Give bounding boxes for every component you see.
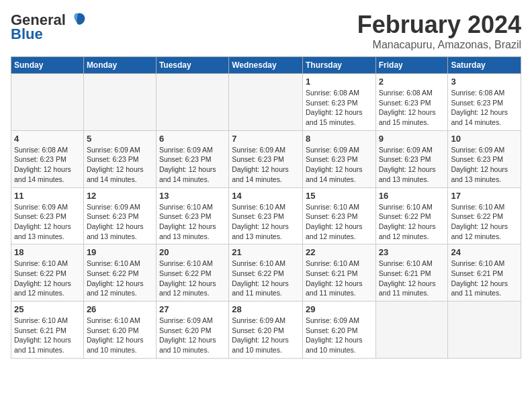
logo: General Blue	[11, 11, 87, 43]
calendar-day-cell: 27Sunrise: 6:09 AMSunset: 6:20 PMDayligh…	[156, 302, 228, 359]
day-info: Sunrise: 6:10 AMSunset: 6:23 PMDaylight:…	[232, 202, 300, 242]
calendar-day-cell: 18Sunrise: 6:10 AMSunset: 6:22 PMDayligh…	[11, 244, 84, 302]
calendar-week-row: 11Sunrise: 6:09 AMSunset: 6:23 PMDayligh…	[11, 187, 521, 244]
calendar-day-cell: 23Sunrise: 6:10 AMSunset: 6:21 PMDayligh…	[375, 244, 448, 302]
calendar-day-cell: 2Sunrise: 6:08 AMSunset: 6:23 PMDaylight…	[375, 74, 448, 131]
day-number: 16	[379, 191, 445, 201]
title-block: February 2024 Manacapuru, Amazonas, Braz…	[357, 11, 521, 51]
day-number: 1	[306, 77, 373, 87]
calendar-day-cell: 1Sunrise: 6:08 AMSunset: 6:23 PMDaylight…	[302, 74, 375, 131]
day-number: 4	[14, 134, 81, 144]
day-number: 18	[14, 247, 81, 257]
page-subtitle: Manacapuru, Amazonas, Brazil	[357, 39, 521, 51]
day-info: Sunrise: 6:09 AMSunset: 6:23 PMDaylight:…	[451, 145, 518, 185]
day-info: Sunrise: 6:08 AMSunset: 6:23 PMDaylight:…	[451, 88, 518, 128]
day-info: Sunrise: 6:10 AMSunset: 6:22 PMDaylight:…	[14, 259, 81, 298]
calendar-week-row: 25Sunrise: 6:10 AMSunset: 6:21 PMDayligh…	[11, 302, 521, 359]
day-number: 17	[451, 191, 518, 201]
day-number: 28	[232, 304, 300, 314]
calendar-day-cell: 28Sunrise: 6:09 AMSunset: 6:20 PMDayligh…	[229, 302, 303, 359]
calendar-day-cell	[83, 74, 156, 131]
day-number: 12	[87, 191, 153, 201]
day-number: 19	[87, 247, 153, 257]
day-info: Sunrise: 6:08 AMSunset: 6:23 PMDaylight:…	[379, 88, 445, 128]
calendar-day-cell: 10Sunrise: 6:09 AMSunset: 6:23 PMDayligh…	[448, 130, 521, 187]
day-number: 21	[232, 247, 300, 257]
day-number: 22	[306, 247, 373, 257]
day-info: Sunrise: 6:10 AMSunset: 6:21 PMDaylight:…	[14, 316, 81, 355]
day-info: Sunrise: 6:09 AMSunset: 6:23 PMDaylight:…	[14, 202, 81, 242]
calendar-day-cell: 7Sunrise: 6:09 AMSunset: 6:23 PMDaylight…	[229, 130, 303, 187]
calendar-day-cell: 3Sunrise: 6:08 AMSunset: 6:23 PMDaylight…	[448, 74, 521, 131]
day-info: Sunrise: 6:10 AMSunset: 6:21 PMDaylight:…	[451, 259, 518, 298]
day-info: Sunrise: 6:10 AMSunset: 6:22 PMDaylight:…	[159, 259, 226, 298]
day-number: 11	[14, 191, 81, 201]
calendar-day-cell: 22Sunrise: 6:10 AMSunset: 6:21 PMDayligh…	[302, 244, 375, 302]
day-info: Sunrise: 6:09 AMSunset: 6:23 PMDaylight:…	[232, 145, 300, 185]
calendar-day-cell: 5Sunrise: 6:09 AMSunset: 6:23 PMDaylight…	[83, 130, 156, 187]
calendar-table: SundayMondayTuesdayWednesdayThursdayFrid…	[11, 56, 521, 359]
day-number: 2	[379, 77, 445, 87]
calendar-day-cell: 19Sunrise: 6:10 AMSunset: 6:22 PMDayligh…	[83, 244, 156, 302]
calendar-day-cell	[448, 302, 521, 359]
calendar-day-cell: 29Sunrise: 6:09 AMSunset: 6:20 PMDayligh…	[302, 302, 375, 359]
day-info: Sunrise: 6:09 AMSunset: 6:23 PMDaylight:…	[87, 145, 153, 185]
calendar-header-row: SundayMondayTuesdayWednesdayThursdayFrid…	[11, 57, 521, 74]
calendar-day-cell	[156, 74, 228, 131]
calendar-day-cell: 16Sunrise: 6:10 AMSunset: 6:22 PMDayligh…	[375, 187, 448, 244]
day-info: Sunrise: 6:10 AMSunset: 6:21 PMDaylight:…	[306, 259, 373, 298]
page-title: February 2024	[357, 11, 521, 39]
day-info: Sunrise: 6:09 AMSunset: 6:23 PMDaylight:…	[306, 145, 373, 185]
day-number: 5	[87, 134, 153, 144]
calendar-day-cell	[229, 74, 303, 131]
day-info: Sunrise: 6:09 AMSunset: 6:20 PMDaylight:…	[306, 316, 373, 355]
calendar-day-cell: 12Sunrise: 6:09 AMSunset: 6:23 PMDayligh…	[83, 187, 156, 244]
day-number: 8	[306, 134, 373, 144]
day-of-week-header: Monday	[83, 57, 156, 74]
day-number: 13	[159, 191, 226, 201]
day-of-week-header: Saturday	[448, 57, 521, 74]
calendar-day-cell: 13Sunrise: 6:10 AMSunset: 6:23 PMDayligh…	[156, 187, 228, 244]
calendar-day-cell: 20Sunrise: 6:10 AMSunset: 6:22 PMDayligh…	[156, 244, 228, 302]
calendar-day-cell: 4Sunrise: 6:08 AMSunset: 6:23 PMDaylight…	[11, 130, 84, 187]
day-number: 14	[232, 191, 300, 201]
day-number: 27	[159, 304, 226, 314]
day-info: Sunrise: 6:10 AMSunset: 6:22 PMDaylight:…	[451, 202, 518, 242]
day-info: Sunrise: 6:08 AMSunset: 6:23 PMDaylight:…	[14, 145, 81, 185]
day-info: Sunrise: 6:09 AMSunset: 6:23 PMDaylight:…	[379, 145, 445, 185]
day-info: Sunrise: 6:10 AMSunset: 6:23 PMDaylight:…	[159, 202, 226, 242]
day-info: Sunrise: 6:10 AMSunset: 6:22 PMDaylight:…	[379, 202, 445, 242]
day-number: 9	[379, 134, 445, 144]
calendar-week-row: 4Sunrise: 6:08 AMSunset: 6:23 PMDaylight…	[11, 130, 521, 187]
day-info: Sunrise: 6:10 AMSunset: 6:22 PMDaylight:…	[87, 259, 153, 298]
day-number: 6	[159, 134, 226, 144]
day-number: 26	[87, 304, 153, 314]
day-number: 3	[451, 77, 518, 87]
day-info: Sunrise: 6:09 AMSunset: 6:20 PMDaylight:…	[232, 316, 300, 355]
day-info: Sunrise: 6:09 AMSunset: 6:23 PMDaylight:…	[159, 145, 226, 185]
calendar-day-cell: 17Sunrise: 6:10 AMSunset: 6:22 PMDayligh…	[448, 187, 521, 244]
day-of-week-header: Tuesday	[156, 57, 228, 74]
logo-bird-icon	[69, 11, 87, 30]
day-number: 7	[232, 134, 300, 144]
day-number: 20	[159, 247, 226, 257]
day-number: 15	[306, 191, 373, 201]
day-info: Sunrise: 6:10 AMSunset: 6:21 PMDaylight:…	[379, 259, 445, 298]
calendar-day-cell: 6Sunrise: 6:09 AMSunset: 6:23 PMDaylight…	[156, 130, 228, 187]
page-header: General Blue February 2024 Manacapuru, A…	[11, 11, 521, 51]
calendar-week-row: 18Sunrise: 6:10 AMSunset: 6:22 PMDayligh…	[11, 244, 521, 302]
calendar-day-cell: 15Sunrise: 6:10 AMSunset: 6:23 PMDayligh…	[302, 187, 375, 244]
day-info: Sunrise: 6:09 AMSunset: 6:20 PMDaylight:…	[159, 316, 226, 355]
day-of-week-header: Sunday	[11, 57, 84, 74]
calendar-day-cell: 21Sunrise: 6:10 AMSunset: 6:22 PMDayligh…	[229, 244, 303, 302]
calendar-day-cell: 8Sunrise: 6:09 AMSunset: 6:23 PMDaylight…	[302, 130, 375, 187]
day-of-week-header: Thursday	[302, 57, 375, 74]
day-of-week-header: Wednesday	[229, 57, 303, 74]
day-number: 10	[451, 134, 518, 144]
calendar-day-cell	[11, 74, 84, 131]
day-number: 24	[451, 247, 518, 257]
calendar-day-cell: 14Sunrise: 6:10 AMSunset: 6:23 PMDayligh…	[229, 187, 303, 244]
calendar-day-cell: 26Sunrise: 6:10 AMSunset: 6:20 PMDayligh…	[83, 302, 156, 359]
day-info: Sunrise: 6:10 AMSunset: 6:23 PMDaylight:…	[306, 202, 373, 242]
day-info: Sunrise: 6:08 AMSunset: 6:23 PMDaylight:…	[306, 88, 373, 128]
